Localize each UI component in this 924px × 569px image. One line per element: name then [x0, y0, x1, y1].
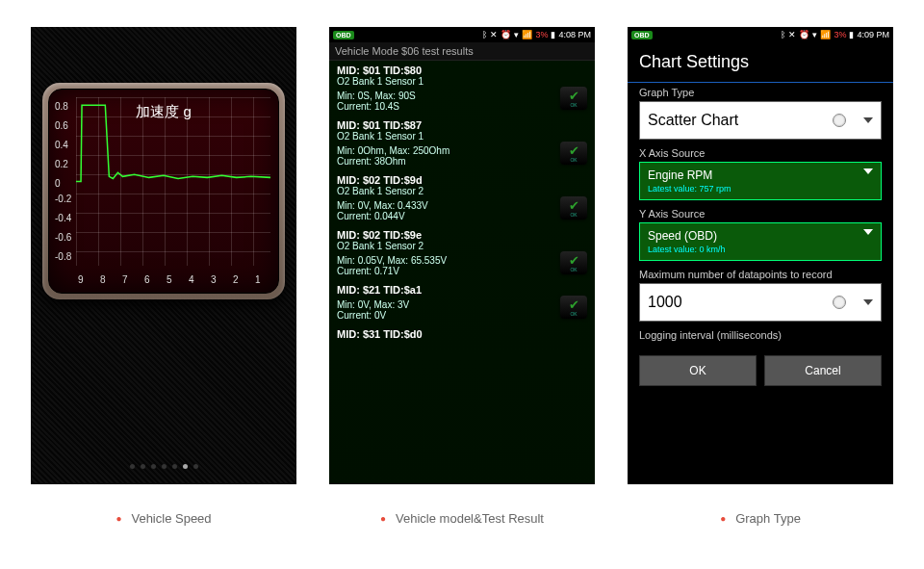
sensor-name: O2 Bank 1 Sensor 1: [337, 76, 587, 87]
alarm-icon: ⏰: [500, 30, 511, 39]
test-result-item: MID: $21 TID:$a1Min: 0V, Max: 3VCurrent:…: [329, 280, 595, 324]
ok-check-icon: [560, 142, 587, 165]
phone-chart-settings: OBD ᛒ ✕ ⏰ ▾ 📶 3% ▮ 4:09 PM Chart Setting…: [628, 27, 893, 484]
cancel-button[interactable]: Cancel: [764, 355, 882, 386]
test-result-item: MID: $01 TID:$80O2 Bank 1 Sensor 1Min: 0…: [329, 61, 595, 116]
chart-line: [76, 97, 270, 266]
mid-tid: MID: $21 TID:$a1: [337, 284, 587, 296]
mid-tid: MID: $31 TID:$d0: [337, 328, 587, 340]
pager[interactable]: [31, 464, 296, 469]
settings-title: Chart Settings: [628, 42, 893, 83]
status-bar: OBD ᛒ ✕ ⏰ ▾ 📶 3% ▮ 4:09 PM: [628, 27, 893, 42]
gauge-frame: 加速度 g 0.8 0.6 0.4 0.2 0 -0.2 -0.4 -0.6 -…: [42, 83, 285, 299]
max-datapoints-label: Maximum number of datapoints to record: [639, 269, 882, 280]
ok-check-icon: [560, 87, 587, 110]
phone-vehicle-speed: 加速度 g 0.8 0.6 0.4 0.2 0 -0.2 -0.4 -0.6 -…: [31, 27, 296, 484]
test-result-item: MID: $02 TID:$9dO2 Bank 1 Sensor 2Min: 0…: [329, 170, 595, 225]
sensor-name: O2 Bank 1 Sensor 1: [337, 131, 587, 142]
wifi-icon: ▾: [812, 30, 817, 39]
y-axis-label: Y Axis Source: [639, 208, 882, 220]
mid-tid: MID: $01 TID:$80: [337, 65, 587, 76]
x-axis-label: X Axis Source: [639, 147, 882, 159]
wifi-icon: ▾: [514, 30, 519, 39]
caption-2: Vehicle model&Test Result: [329, 511, 595, 526]
readings: Min: 0V, Max: 3VCurrent: 0V: [337, 299, 587, 321]
battery-icon: ▮: [551, 30, 555, 39]
mid-tid: MID: $02 TID:$9d: [337, 174, 587, 186]
chevron-down-icon: [863, 168, 873, 174]
alarm-icon: ⏰: [799, 30, 809, 39]
chevron-down-icon: [863, 299, 873, 305]
sensor-name: O2 Bank 1 Sensor 2: [337, 241, 587, 251]
ok-button[interactable]: OK: [639, 355, 757, 386]
caption-3: Graph Type: [628, 511, 893, 526]
mid-tid: MID: $01 TID:$87: [337, 119, 587, 131]
readings: Min: 0Ohm, Max: 250OhmCurrent: 38Ohm: [337, 145, 587, 167]
signal-icon: 📶: [820, 30, 831, 39]
phone-test-results: OBD ᛒ ✕ ⏰ ▾ 📶 3% ▮ 4:08 PM Vehicle Mode …: [329, 27, 595, 484]
mute-icon: ✕: [788, 30, 796, 39]
max-datapoints-dropdown[interactable]: 1000: [639, 283, 882, 322]
graph-type-label: Graph Type: [639, 87, 882, 98]
ok-check-icon: [560, 296, 587, 319]
mute-icon: ✕: [490, 30, 498, 39]
sensor-name: O2 Bank 1 Sensor 2: [337, 186, 587, 196]
ok-check-icon: [560, 251, 587, 274]
bluetooth-icon: ᛒ: [781, 30, 785, 39]
signal-icon: 📶: [522, 30, 532, 39]
graph-type-dropdown[interactable]: Scatter Chart: [639, 101, 882, 140]
clock: 4:09 PM: [857, 30, 889, 39]
chart-title: 加速度 g: [49, 103, 278, 121]
clock: 4:08 PM: [558, 30, 591, 39]
test-result-item: MID: $01 TID:$87O2 Bank 1 Sensor 1Min: 0…: [329, 116, 595, 170]
caption-1: Vehicle Speed: [31, 511, 296, 526]
test-result-item: MID: $02 TID:$9eO2 Bank 1 Sensor 2Min: 0…: [329, 225, 595, 280]
chevron-down-icon: [863, 117, 873, 123]
x-axis-dropdown[interactable]: Engine RPM Latest value: 757 rpm: [639, 162, 882, 200]
readings: Min: 0S, Max: 90SCurrent: 10.4S: [337, 91, 587, 112]
chevron-down-icon: [863, 229, 873, 235]
y-axis-dropdown[interactable]: Speed (OBD) Latest value: 0 km/h: [639, 222, 882, 261]
logging-interval-label: Logging interval (milliseconds): [639, 329, 882, 341]
status-bar: OBD ᛒ ✕ ⏰ ▾ 📶 3% ▮ 4:08 PM: [329, 27, 595, 42]
bluetooth-icon: ᛒ: [482, 30, 487, 39]
readings: Min: 0V, Max: 0.433VCurrent: 0.044V: [337, 200, 587, 221]
ok-check-icon: [560, 196, 587, 220]
battery-icon: ▮: [849, 30, 854, 39]
readings: Min: 0.05V, Max: 65.535VCurrent: 0.71V: [337, 255, 587, 276]
test-result-item: MID: $31 TID:$d0: [329, 324, 595, 344]
app-title: Vehicle Mode $06 test results: [329, 42, 595, 61]
mid-tid: MID: $02 TID:$9e: [337, 229, 587, 241]
